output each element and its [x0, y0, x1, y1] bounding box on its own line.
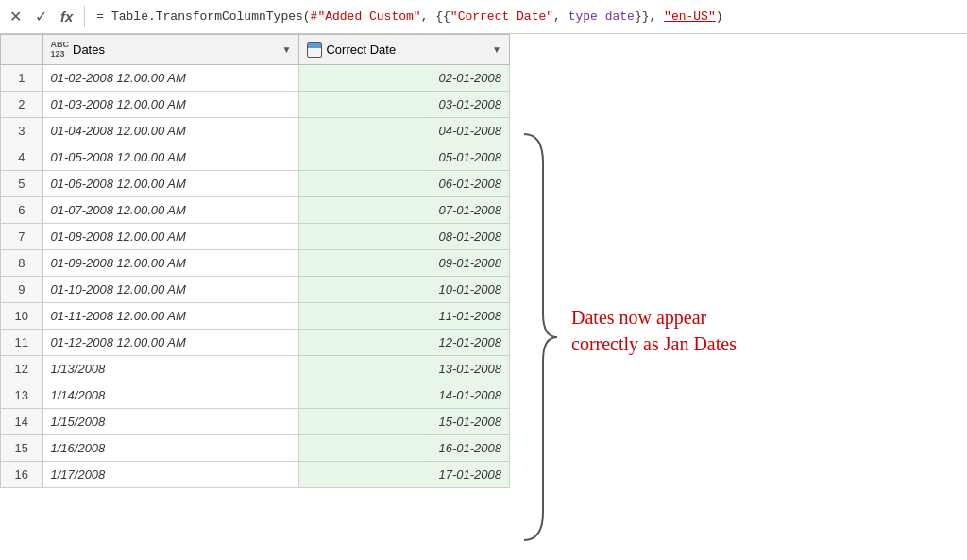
annotation-line2: correctly as Jan Dates	[571, 333, 737, 354]
correct-date-cell: 16-01-2008	[299, 435, 510, 462]
formula-content[interactable]: = Table.TransformColumnTypes(#"Added Cus…	[89, 8, 961, 25]
fx-icon[interactable]: fx	[57, 7, 76, 26]
formula-text: = Table.TransformColumnTypes(#"Added Cus…	[96, 9, 722, 24]
table-row: 901-10-2008 12.00.00 AM10-01-2008	[1, 277, 510, 303]
table-row: 401-05-2008 12.00.00 AM05-01-2008	[1, 144, 510, 171]
table-row: 161/17/200817-01-2008	[1, 462, 510, 488]
dates-cell: 1/17/2008	[42, 462, 299, 488]
table-row: 201-03-2008 12.00.00 AM03-01-2008	[1, 92, 510, 118]
cancel-icon[interactable]: ✕	[6, 6, 25, 27]
brace-svg	[515, 125, 562, 550]
dates-cell: 1/14/2008	[42, 382, 299, 409]
correct-date-cell: 06-01-2008	[299, 171, 510, 197]
correct-date-cell: 03-01-2008	[299, 92, 510, 118]
correct-date-column-header[interactable]: Correct Date ▼	[299, 35, 510, 65]
correct-date-cell: 09-01-2008	[299, 250, 510, 277]
table-row: 151/16/200816-01-2008	[1, 435, 510, 462]
dates-cell: 01-09-2008 12.00.00 AM	[42, 250, 299, 277]
table-wrapper: ABC123 Dates ▼ Correct Date ▼	[0, 34, 967, 488]
table-row: 1101-12-2008 12.00.00 AM12-01-2008	[1, 330, 510, 356]
correct-date-cell: 07-01-2008	[299, 197, 510, 224]
annotation-line1: Dates now appear	[571, 307, 706, 328]
dates-cell: 1/13/2008	[42, 356, 299, 382]
correct-date-cell: 15-01-2008	[299, 409, 510, 435]
dates-cell: 01-10-2008 12.00.00 AM	[42, 277, 299, 303]
dates-header-label: Dates	[73, 42, 105, 57]
correct-date-cell: 08-01-2008	[299, 224, 510, 250]
dates-cell: 01-03-2008 12.00.00 AM	[42, 92, 299, 118]
formula-bar-icons: ✕ ✓ fx	[6, 6, 85, 27]
row-number: 3	[1, 118, 43, 144]
row-number: 8	[1, 250, 43, 277]
row-number: 11	[1, 330, 43, 356]
row-number: 10	[1, 303, 43, 330]
dates-cell: 01-02-2008 12.00.00 AM	[42, 65, 299, 92]
dates-cell: 1/15/2008	[42, 409, 299, 435]
data-table: ABC123 Dates ▼ Correct Date ▼	[0, 34, 510, 488]
table-row: 131/14/200814-01-2008	[1, 382, 510, 409]
correct-date-header-label: Correct Date	[326, 42, 396, 57]
correct-date-cell: 11-01-2008	[299, 303, 510, 330]
dates-cell: 01-08-2008 12.00.00 AM	[42, 224, 299, 250]
row-number: 13	[1, 382, 43, 409]
table-row: 101-02-2008 12.00.00 AM02-01-2008	[1, 65, 510, 92]
correct-date-cell: 10-01-2008	[299, 277, 510, 303]
correct-date-type-icon	[307, 42, 322, 58]
table-row: 1001-11-2008 12.00.00 AM11-01-2008	[1, 303, 510, 330]
correct-date-cell: 17-01-2008	[299, 462, 510, 488]
table-row: 141/15/200815-01-2008	[1, 409, 510, 435]
dates-type-icon: ABC123	[51, 41, 70, 59]
dates-cell: 01-04-2008 12.00.00 AM	[42, 118, 299, 144]
row-number: 1	[1, 65, 43, 92]
correct-date-cell: 04-01-2008	[299, 118, 510, 144]
annotation-area: Dates now appear correctly as Jan Dates	[515, 68, 949, 560]
row-number: 5	[1, 171, 43, 197]
row-number: 16	[1, 462, 43, 488]
correct-date-cell: 14-01-2008	[299, 382, 510, 409]
dates-cell: 01-05-2008 12.00.00 AM	[42, 144, 299, 171]
correct-date-cell: 05-01-2008	[299, 144, 510, 171]
table-row: 701-08-2008 12.00.00 AM08-01-2008	[1, 224, 510, 250]
row-number: 12	[1, 356, 43, 382]
table-row: 501-06-2008 12.00.00 AM06-01-2008	[1, 171, 510, 197]
correct-date-cell: 02-01-2008	[299, 65, 510, 92]
dates-cell: 01-06-2008 12.00.00 AM	[42, 171, 299, 197]
correct-date-cell: 13-01-2008	[299, 356, 510, 382]
annotation-text: Dates now appear correctly as Jan Dates	[571, 304, 737, 357]
dates-cell: 01-11-2008 12.00.00 AM	[42, 303, 299, 330]
row-number: 9	[1, 277, 43, 303]
row-number: 6	[1, 197, 43, 224]
row-number: 4	[1, 144, 43, 171]
confirm-icon[interactable]: ✓	[31, 6, 51, 27]
correct-date-cell: 12-01-2008	[299, 330, 510, 356]
row-number: 14	[1, 409, 43, 435]
dates-cell: 01-07-2008 12.00.00 AM	[42, 197, 299, 224]
row-number: 7	[1, 224, 43, 250]
table-row: 801-09-2008 12.00.00 AM09-01-2008	[1, 250, 510, 277]
table-row: 121/13/200813-01-2008	[1, 356, 510, 382]
table-row: 301-04-2008 12.00.00 AM04-01-2008	[1, 118, 510, 144]
table-row: 601-07-2008 12.00.00 AM07-01-2008	[1, 197, 510, 224]
dates-column-header[interactable]: ABC123 Dates ▼	[42, 35, 299, 65]
dates-dropdown-icon[interactable]: ▼	[282, 44, 292, 55]
row-number: 2	[1, 92, 43, 118]
formula-bar: ✕ ✓ fx = Table.TransformColumnTypes(#"Ad…	[0, 0, 967, 34]
correct-date-dropdown-icon[interactable]: ▼	[492, 44, 501, 55]
row-number: 15	[1, 435, 43, 462]
dates-cell: 1/16/2008	[42, 435, 299, 462]
row-num-header	[1, 35, 43, 65]
dates-cell: 01-12-2008 12.00.00 AM	[42, 330, 299, 356]
